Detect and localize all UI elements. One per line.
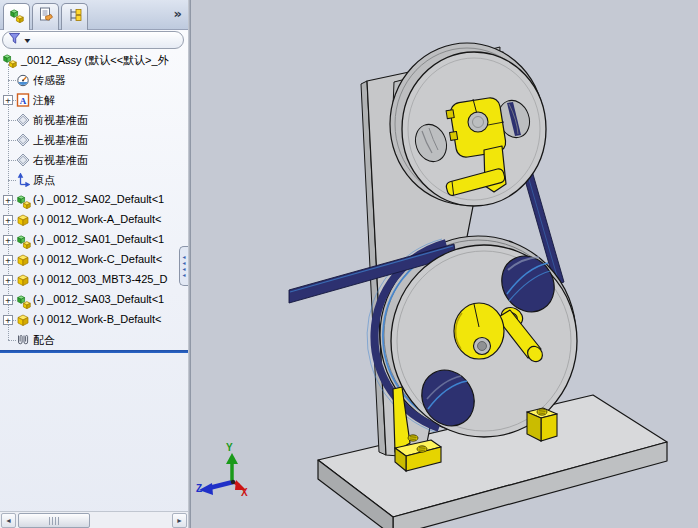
scroll-thumb[interactable] bbox=[18, 513, 90, 528]
origin-icon bbox=[16, 173, 30, 187]
tree-item-part[interactable]: +(-) 0012_Work-B_Default< bbox=[0, 310, 188, 330]
subassembly-icon bbox=[16, 293, 30, 307]
tree-item-label: (-) 0012_Work-C_Default< bbox=[33, 253, 162, 265]
tree-item-sensors[interactable]: 传感器 bbox=[0, 70, 188, 90]
tree-item-label: (-) 0012_003_MBT3-425_D bbox=[33, 273, 168, 285]
expand-toggle[interactable]: + bbox=[3, 235, 13, 245]
part-icon bbox=[16, 253, 30, 267]
lower-reel-front[interactable] bbox=[391, 245, 577, 437]
tree-item-plane[interactable]: 前视基准面 bbox=[0, 110, 188, 130]
tree-item-assembly[interactable]: _0012_Assy (默认<<默认>_外 bbox=[0, 50, 188, 70]
tree-item-label: (-) _0012_SA03_Default<1 bbox=[33, 293, 164, 305]
plane-icon bbox=[16, 133, 30, 147]
tree-item-part[interactable]: +(-) 0012_Work-C_Default< bbox=[0, 250, 188, 270]
y-axis-arrow bbox=[226, 453, 238, 464]
tree-item-label: 前视基准面 bbox=[33, 113, 88, 128]
annotations-icon: A bbox=[16, 93, 30, 107]
assembly-icon bbox=[2, 52, 18, 68]
tree-item-subassembly[interactable]: +(-) _0012_SA02_Default<1 bbox=[0, 190, 188, 210]
featuremanager-tree-icon bbox=[9, 7, 25, 27]
panel-splitter[interactable] bbox=[0, 350, 188, 353]
configurationmanager-icon bbox=[67, 7, 83, 27]
tree-item-label: (-) _0012_SA01_Default<1 bbox=[33, 233, 164, 245]
propertymanager-icon bbox=[38, 7, 54, 27]
tree-item-label: 上视基准面 bbox=[33, 133, 88, 148]
subassembly-icon bbox=[16, 193, 30, 207]
tab-propertymanager[interactable] bbox=[32, 3, 59, 30]
filter-dropdown-caret[interactable]: ▼ bbox=[23, 37, 33, 44]
part-icon bbox=[16, 213, 30, 227]
graphics-area[interactable]: Y Z X bbox=[191, 0, 698, 528]
part-icon bbox=[16, 313, 30, 327]
tree-item-part[interactable]: +(-) 0012_Work-A_Default< bbox=[0, 210, 188, 230]
tree-item-plane[interactable]: 上视基准面 bbox=[0, 130, 188, 150]
orientation-triad: Y Z X bbox=[196, 442, 248, 498]
sensors-icon bbox=[16, 73, 30, 87]
feature-tree: _0012_Assy (默认<<默认>_外传感器+A注解前视基准面上视基准面右视… bbox=[0, 50, 188, 352]
upper-reel[interactable] bbox=[390, 43, 546, 206]
scroll-right-button[interactable]: ► bbox=[172, 513, 187, 528]
3d-scene: Y Z X bbox=[191, 0, 698, 528]
panel-collapse-handle[interactable]: ◄◄◄◄ bbox=[179, 246, 188, 286]
panel-hscrollbar[interactable]: ◄ ► bbox=[0, 511, 188, 528]
tree-item-label: 传感器 bbox=[33, 73, 66, 88]
tree-item-part[interactable]: +(-) 0012_003_MBT3-425_D bbox=[0, 270, 188, 290]
plane-icon bbox=[16, 113, 30, 127]
expand-toggle[interactable]: + bbox=[3, 255, 13, 265]
expand-toggle[interactable]: + bbox=[3, 315, 13, 325]
tree-item-label: 配合 bbox=[33, 333, 55, 348]
feature-manager-panel: » ▼ _0012_Assy (默认<<默认>_外传感器+A注解前视基准面上视基… bbox=[0, 0, 188, 528]
tree-item-label: (-) 0012_Work-B_Default< bbox=[33, 313, 162, 325]
tab-featuremanager[interactable] bbox=[3, 3, 30, 30]
x-axis-label: X bbox=[241, 487, 248, 498]
expand-toggle[interactable]: + bbox=[3, 275, 13, 285]
tab-configurationmanager[interactable] bbox=[61, 3, 88, 30]
tree-item-subassembly[interactable]: +(-) _0012_SA03_Default<1 bbox=[0, 290, 188, 310]
tree-item-plane[interactable]: 右视基准面 bbox=[0, 150, 188, 170]
part-icon bbox=[16, 273, 30, 287]
mates-icon bbox=[16, 333, 30, 347]
scroll-left-button[interactable]: ◄ bbox=[1, 513, 16, 528]
tabbar-overflow-button[interactable]: » bbox=[174, 6, 182, 21]
expand-toggle[interactable]: + bbox=[3, 95, 13, 105]
filter-funnel-icon bbox=[8, 31, 21, 49]
subassembly-icon bbox=[16, 233, 30, 247]
expand-toggle[interactable]: + bbox=[3, 195, 13, 205]
tree-item-origin[interactable]: 原点 bbox=[0, 170, 188, 190]
filter-bar[interactable]: ▼ bbox=[2, 31, 184, 49]
tree-item-annotations[interactable]: +A注解 bbox=[0, 90, 188, 110]
tree-item-subassembly[interactable]: +(-) _0012_SA01_Default<1 bbox=[0, 230, 188, 250]
expand-toggle[interactable]: + bbox=[3, 295, 13, 305]
tree-item-mates[interactable]: 配合 bbox=[0, 330, 188, 350]
tree-item-label: (-) _0012_SA02_Default<1 bbox=[33, 193, 164, 205]
tree-item-label: 右视基准面 bbox=[33, 153, 88, 168]
tree-item-label: _0012_Assy (默认<<默认>_外 bbox=[21, 53, 169, 68]
scroll-thumb-grip bbox=[49, 517, 59, 525]
svg-text:A: A bbox=[20, 96, 27, 106]
right-support-bracket[interactable] bbox=[527, 408, 557, 441]
expand-toggle[interactable]: + bbox=[3, 215, 13, 225]
tree-item-label: 原点 bbox=[33, 173, 55, 188]
tree-item-label: 注解 bbox=[33, 93, 55, 108]
y-axis-label: Y bbox=[226, 442, 233, 453]
z-axis-label: Z bbox=[196, 483, 202, 494]
tree-item-label: (-) 0012_Work-A_Default< bbox=[33, 213, 162, 225]
plane-icon bbox=[16, 153, 30, 167]
panel-tabbar: » bbox=[0, 0, 188, 30]
